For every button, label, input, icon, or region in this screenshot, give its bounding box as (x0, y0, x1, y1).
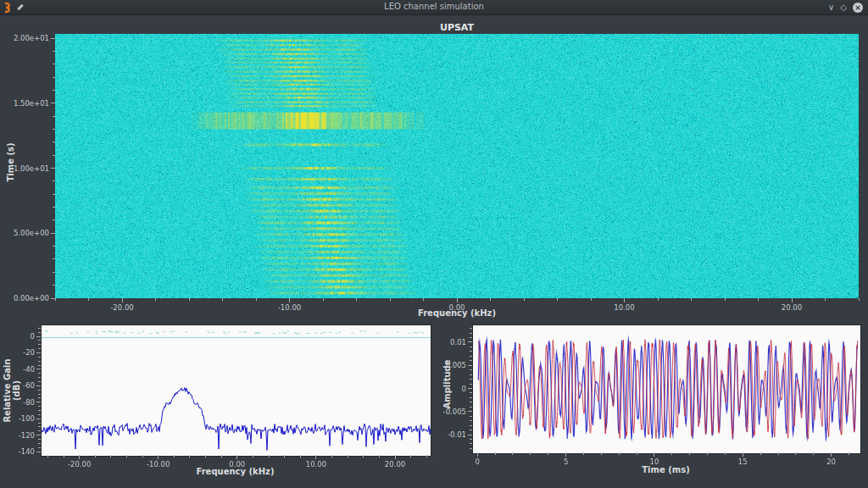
y-tick-mark (468, 365, 472, 366)
scope-xlabel: Time (ms) (472, 465, 860, 474)
x-minor-tick (825, 298, 826, 301)
x-minor-tick (495, 452, 496, 455)
x-minor-tick (658, 298, 659, 301)
x-tick-mark (395, 455, 396, 459)
x-tick-mark (122, 298, 123, 302)
x-minor-tick (760, 452, 761, 455)
x-minor-tick (379, 455, 380, 458)
x-minor-tick (269, 455, 270, 458)
y-minor-tick (38, 410, 41, 411)
x-tick-mark (831, 452, 832, 457)
x-tick-label: -20.00 (68, 460, 91, 469)
y-tick-mark (468, 435, 472, 435)
x-tick-label: -10.00 (147, 460, 170, 469)
y-tick-label: 0.01 (450, 338, 466, 347)
x-tick-label: 0.00 (449, 303, 465, 312)
y-minor-tick (53, 272, 55, 273)
y-minor-tick (38, 406, 41, 407)
y-minor-tick (38, 414, 41, 415)
y-minor-tick (470, 416, 472, 417)
y-minor-tick (470, 356, 472, 357)
x-minor-tick (222, 298, 223, 301)
y-minor-tick (38, 348, 41, 349)
spectrum-plot[interactable] (41, 324, 431, 457)
x-tick-mark (457, 298, 458, 302)
x-minor-tick (795, 452, 796, 455)
y-tick-label: -100 (19, 414, 35, 423)
x-minor-tick (423, 298, 424, 301)
x-minor-tick (284, 455, 285, 458)
y-tick-label: 1.50e+01 (14, 99, 49, 108)
x-minor-tick (524, 298, 525, 301)
y-tick-label: -0.005 (443, 408, 466, 416)
x-minor-tick (758, 298, 759, 301)
x-minor-tick (221, 455, 222, 458)
y-minor-tick (470, 420, 472, 421)
x-minor-tick (512, 452, 513, 455)
y-tick-label: -0.01 (448, 430, 466, 439)
y-tick-mark (36, 385, 41, 386)
y-minor-tick (53, 219, 55, 220)
close-button[interactable]: × (853, 3, 863, 13)
scope-plot[interactable] (472, 324, 861, 454)
x-minor-tick (725, 298, 726, 301)
y-minor-tick (38, 390, 41, 391)
y-tick-label: 1.00e+01 (14, 164, 49, 173)
y-tick-label: 0 (31, 332, 35, 341)
y-tick-mark (36, 452, 41, 452)
y-tick-label: -40 (23, 365, 35, 374)
x-minor-tick (126, 455, 127, 458)
maximize-button[interactable]: ◇ (840, 1, 847, 14)
y-tick-label: 5.00e+00 (14, 229, 49, 237)
y-minor-tick (38, 426, 41, 427)
y-tick-label: -80 (23, 398, 35, 407)
x-minor-tick (591, 298, 592, 301)
x-tick-mark (565, 452, 566, 457)
x-minor-tick (110, 455, 111, 458)
y-minor-tick (53, 285, 55, 286)
minimize-button[interactable]: ∨ (828, 1, 834, 14)
x-minor-tick (323, 298, 324, 301)
x-tick-label: 5 (564, 458, 568, 466)
y-minor-tick (38, 430, 41, 431)
x-minor-tick (619, 452, 620, 455)
x-minor-tick (189, 298, 190, 301)
x-tick-label: 0.00 (229, 460, 245, 469)
y-minor-tick (38, 365, 41, 366)
x-minor-tick (300, 455, 301, 458)
x-tick-label: 20.00 (385, 460, 405, 469)
x-minor-tick (363, 455, 364, 458)
x-minor-tick (174, 455, 175, 458)
y-minor-tick (470, 351, 472, 352)
y-tick-mark (51, 233, 55, 234)
y-minor-tick (470, 328, 472, 329)
y-minor-tick (470, 384, 472, 385)
x-minor-tick (142, 455, 143, 458)
x-minor-tick (253, 455, 253, 458)
y-minor-tick (470, 402, 472, 402)
y-minor-tick (470, 374, 472, 375)
x-minor-tick (849, 452, 849, 455)
y-tick-mark (51, 298, 55, 299)
y-minor-tick (470, 347, 472, 347)
spectrogram-plot[interactable] (55, 34, 859, 298)
y-tick-label: -20 (23, 348, 35, 357)
app-window: LEO channel simulation ∨ ◇ × UPSAT Time … (0, 0, 868, 488)
y-minor-tick (38, 373, 41, 374)
x-minor-tick (601, 452, 602, 455)
titlebar[interactable]: LEO channel simulation ∨ ◇ × (0, 0, 868, 15)
y-minor-tick (470, 407, 472, 408)
x-minor-tick (390, 298, 391, 301)
x-tick-label: 20.00 (782, 303, 802, 312)
x-minor-tick (256, 298, 257, 301)
y-tick-mark (51, 38, 55, 39)
y-minor-tick (53, 90, 55, 91)
y-minor-tick (38, 332, 41, 333)
y-minor-tick (38, 447, 41, 448)
y-tick-label: 0.00e+00 (14, 294, 49, 302)
y-tick-label: 0.005 (446, 361, 466, 369)
y-minor-tick (470, 369, 472, 370)
y-minor-tick (53, 141, 55, 142)
y-minor-tick (53, 246, 55, 247)
y-minor-tick (38, 328, 41, 329)
